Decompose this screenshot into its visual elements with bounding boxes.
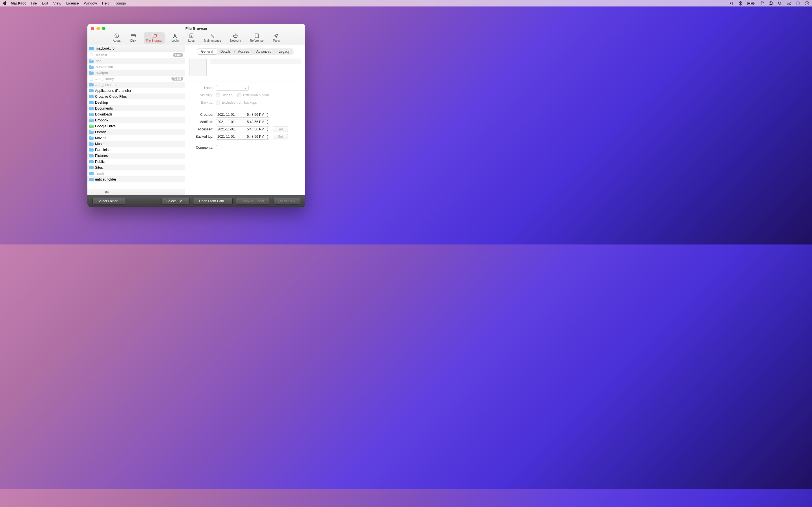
file-row[interactable]: Google Drive <box>87 123 185 129</box>
menu-help[interactable]: Help <box>102 1 110 5</box>
tab-general[interactable]: General <box>197 49 217 54</box>
file-row[interactable]: Desktop <box>87 100 185 105</box>
comments-label: Comments: <box>189 145 216 150</box>
file-name: Parallels <box>95 148 183 152</box>
toolbar-label: Disk <box>130 39 136 42</box>
apple-logo-icon[interactable] <box>3 1 7 6</box>
file-row[interactable]: .zsh_history70 KB <box>87 76 185 82</box>
toolbar-disk[interactable]: Disk <box>128 33 139 44</box>
file-name: Public <box>95 160 183 164</box>
select-file-button[interactable]: Select File... <box>161 198 190 205</box>
accessed-set-button[interactable]: Set <box>273 126 288 132</box>
toolbar-about[interactable]: About <box>110 33 123 44</box>
toolbar-file-browser[interactable]: File Browser <box>144 33 165 44</box>
file-name: Music <box>95 142 183 146</box>
extension-hidden-checkbox[interactable] <box>238 93 241 97</box>
menu-view[interactable]: View <box>53 1 61 5</box>
file-row[interactable]: untitled folder <box>87 176 185 182</box>
filename-field[interactable] <box>210 59 301 64</box>
folder-icon <box>89 101 94 105</box>
select-folder-button[interactable]: Select Folder... <box>93 198 125 205</box>
file-row[interactable]: .ssh <box>87 58 185 64</box>
toolbar-tools[interactable]: Tools <box>270 33 282 44</box>
tab-advanced[interactable]: Advanced <box>253 49 275 54</box>
tab-legacy[interactable]: Legacy <box>275 49 293 54</box>
file-name: .lesshst <box>95 53 173 57</box>
file-row[interactable]: Dropbox <box>87 117 185 123</box>
file-row[interactable]: .lesshst4 KB <box>87 52 185 58</box>
file-row[interactable]: Documents <box>87 105 185 111</box>
backedup-set-button[interactable]: Set <box>273 134 288 139</box>
svg-rect-18 <box>255 34 259 38</box>
file-list[interactable]: .lesshst4 KB.ssh.subversion.swiftpm.zsh_… <box>87 52 185 189</box>
toolbar-logs[interactable]: Logs <box>186 33 197 44</box>
file-row[interactable]: Movies <box>87 135 185 141</box>
file-row[interactable]: Parallels <box>87 147 185 153</box>
file-row[interactable]: Trash <box>87 170 185 176</box>
toolbar-label: Logs <box>188 39 195 42</box>
toolbar: AboutDiskFile BrowserLoginLogsMaintenanc… <box>87 33 305 44</box>
menu-window[interactable]: Window <box>84 1 97 5</box>
file-row[interactable]: Public <box>87 159 185 165</box>
toolbar-network[interactable]: Network <box>228 33 243 44</box>
file-row[interactable]: Creative Cloud Files <box>87 94 185 100</box>
file-row[interactable]: Applications (Parallels) <box>87 88 185 94</box>
menu-koingo[interactable]: Koingo <box>115 1 126 5</box>
extension-hidden-label: Extension hidden <box>243 93 269 97</box>
menu-edit[interactable]: Edit <box>42 1 48 5</box>
file-row[interactable]: .zsh_sessions <box>87 82 185 88</box>
file-list-footer: + − ✻▾ <box>87 189 185 195</box>
file-name: Pictures <box>95 154 183 158</box>
toolbar-reference[interactable]: Reference <box>248 33 266 44</box>
toolbar-label: Tools <box>273 39 280 42</box>
toolbar-login[interactable]: Login <box>169 33 181 44</box>
file-row[interactable]: Downloads <box>87 111 185 117</box>
file-row[interactable]: Library <box>87 129 185 135</box>
svg-point-19 <box>275 35 277 37</box>
menu-file[interactable]: File <box>31 1 37 5</box>
file-row[interactable]: Pictures <box>87 153 185 159</box>
modified-date-field[interactable]: 2021-11-01,5:48:56 PM <box>216 119 266 125</box>
file-name: .subversion <box>95 65 183 69</box>
tab-access[interactable]: Access <box>234 49 253 54</box>
comments-field[interactable] <box>216 145 294 174</box>
quick-look-button[interactable]: Quick Look <box>273 198 300 205</box>
tab-details[interactable]: Details <box>217 49 235 54</box>
file-name: Applications (Parallels) <box>95 89 183 93</box>
open-from-path-button[interactable]: Open From Path... <box>193 198 233 205</box>
file-row[interactable]: .swiftpm <box>87 70 185 76</box>
file-name: Google Drive <box>95 124 183 128</box>
accessed-date-field[interactable]: 2021-11-01,5:48:56 PM <box>216 126 266 132</box>
accessed-stepper[interactable]: ▲▼ <box>266 126 269 132</box>
file-name: Sites <box>95 166 183 170</box>
add-button[interactable]: + <box>87 189 95 195</box>
tools-icon <box>273 33 280 38</box>
file-name: untitled folder <box>95 177 183 181</box>
ref-icon <box>254 33 260 38</box>
accessed-label: Accessed: <box>189 127 216 131</box>
backedup-label: Backed Up: <box>189 135 216 138</box>
menu-license[interactable]: License <box>66 1 79 5</box>
backedup-stepper[interactable]: ▲▼ <box>266 134 269 140</box>
created-stepper[interactable]: ▲▼ <box>266 112 269 118</box>
label-select[interactable]: ⌃⌄ <box>216 85 249 91</box>
file-row[interactable]: .subversion <box>87 64 185 70</box>
menubar: MacPilot File Edit View License Window H… <box>0 0 392 6</box>
action-menu-button[interactable]: ✻▾ <box>103 189 111 195</box>
created-date-field[interactable]: 2021-11-01,5:48:56 PM <box>216 112 266 118</box>
file-thumbnail <box>189 59 207 76</box>
excluded-label: Excluded from backups <box>221 101 257 105</box>
file-row[interactable]: Music <box>87 141 185 147</box>
remove-button[interactable]: − <box>95 189 103 195</box>
file-size-badge: 70 KB <box>171 77 183 80</box>
backedup-date-field[interactable]: 2021-11-01,5:48:56 PM <box>216 134 266 140</box>
hidden-checkbox[interactable] <box>216 93 220 97</box>
modified-stepper[interactable]: ▲▼ <box>266 119 269 125</box>
show-in-finder-button[interactable]: Show in Finder <box>236 198 270 205</box>
folder-icon <box>89 112 94 116</box>
file-row[interactable]: Sites <box>87 165 185 170</box>
path-selector[interactable]: macbookpro ⌄ <box>87 45 185 52</box>
toolbar-maintenance[interactable]: Maintenance <box>202 33 223 44</box>
excluded-checkbox[interactable] <box>216 101 220 105</box>
app-name[interactable]: MacPilot <box>11 1 26 5</box>
